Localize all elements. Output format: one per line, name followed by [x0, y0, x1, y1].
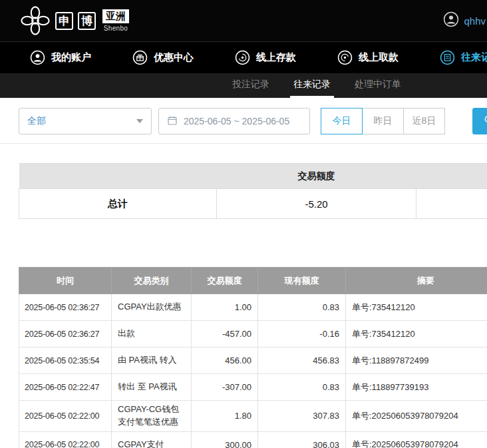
withdraw-coin-icon	[337, 50, 353, 65]
cell-time: 2025-06-05 02:22:00	[19, 401, 112, 432]
nav-label: 优惠中心	[154, 51, 194, 64]
col-header-amount: 交易额度	[192, 268, 258, 294]
cell-balance: 307.83	[258, 401, 346, 432]
cell-summary: 单号:202506053978079204	[346, 401, 487, 432]
records-icon	[440, 50, 455, 65]
today-button[interactable]: 今日	[321, 108, 363, 134]
nav-item-my-account[interactable]: 我的账户	[30, 50, 91, 65]
cell-balance: 0.83	[258, 294, 346, 321]
summary-total-value: -5.20	[217, 189, 416, 219]
calendar-icon	[167, 115, 178, 128]
table-row: 2025-06-05 02:22:00 CGPAY-CG钱包支付笔笔送优惠 1.…	[19, 401, 487, 432]
nav-item-deposit[interactable]: 线上存款	[235, 50, 296, 65]
table-row: 2025-06-05 02:35:54 由 PA视讯 转入 456.00 456…	[19, 347, 487, 374]
records-header-row: 时间 交易类别 交易额度 现有额度 摘要	[19, 268, 487, 294]
top-header: 申 博 亚洲 Shenbo qhhv	[0, 0, 487, 41]
col-header-summary: 摘要	[346, 268, 487, 294]
nav-label: 线上存款	[256, 51, 296, 64]
account-icon	[30, 50, 45, 65]
filter-toolbar: 全部 2025-06-05 ~ 2025-06-05 今日 昨日 近8日	[19, 108, 487, 134]
date-range-input[interactable]: 2025-06-05 ~ 2025-06-05	[158, 108, 310, 134]
logo-seal-shen: 申	[55, 12, 73, 30]
yesterday-button[interactable]: 昨日	[362, 108, 404, 134]
cell-amount: 1.80	[192, 401, 258, 432]
cell-balance: -0.16	[258, 321, 346, 347]
transaction-records-table: 时间 交易类别 交易额度 现有额度 摘要 2025-06-05 02:36:27…	[19, 267, 487, 448]
table-row: 2025-06-05 02:22:00 CGPAY支付 300.00 306.0…	[19, 431, 487, 448]
cell-summary: 单号:735412120	[346, 321, 487, 347]
col-header-balance: 现有额度	[258, 268, 346, 294]
nav-item-transactions[interactable]: 往来记录	[440, 50, 487, 65]
search-button[interactable]	[472, 108, 487, 134]
cell-type: CGPAY出款优惠	[112, 294, 192, 321]
cell-amount: -307.00	[192, 374, 258, 401]
tab-pending-orders[interactable]: 处理中订单	[351, 73, 405, 98]
records-subnav: 投注记录 往来记录 处理中订单	[0, 73, 487, 98]
tab-bet-records[interactable]: 投注记录	[229, 73, 273, 98]
table-row: 2025-06-05 02:36:27 出款 -457.00 -0.16 单号:…	[19, 321, 487, 347]
logo-latin-label: Shenbo	[104, 25, 128, 32]
logo-region-label: 亚洲	[102, 9, 129, 23]
summary-empty-cell	[416, 189, 487, 219]
chevron-down-icon	[136, 119, 143, 123]
cell-time: 2025-06-05 02:22:47	[19, 374, 112, 401]
summary-header-empty	[416, 164, 487, 189]
date-range-value: 2025-06-05 ~ 2025-06-05	[184, 116, 289, 126]
table-row: 2025-06-05 02:36:27 CGPAY出款优惠 1.00 0.83 …	[19, 294, 487, 321]
cell-summary: 单号:202506053978079204	[346, 431, 487, 448]
nav-label: 线上取款	[359, 51, 399, 64]
main-navbar: 我的账户 优惠中心 线上存款	[0, 41, 487, 73]
cell-balance: 306.03	[258, 431, 346, 448]
col-header-time: 时间	[19, 268, 112, 294]
brand-logo[interactable]: 申 博 亚洲 Shenbo	[20, 5, 129, 36]
cell-summary: 单号:118897739193	[346, 374, 487, 401]
nav-item-withdraw[interactable]: 线上取款	[337, 50, 399, 65]
user-avatar-icon	[443, 11, 459, 30]
cell-amount: -457.00	[192, 321, 258, 347]
lotus-logo-icon	[20, 5, 51, 36]
gift-icon	[132, 50, 148, 65]
nav-label: 往来记录	[461, 51, 487, 64]
last-8-days-button[interactable]: 近8日	[403, 108, 445, 134]
search-icon	[483, 114, 487, 128]
table-row: 2025-06-05 02:22:47 转出 至 PA视讯 -307.00 0.…	[19, 374, 487, 401]
summary-total-row: 总计 -5.20	[19, 189, 487, 219]
quick-range-button-group: 今日 昨日 近8日	[321, 108, 445, 134]
summary-total-label: 总计	[19, 189, 217, 219]
cell-type: 由 PA视讯 转入	[112, 347, 192, 374]
cell-type: 转出 至 PA视讯	[112, 374, 192, 401]
col-header-type: 交易类别	[112, 268, 192, 294]
summary-header-empty	[19, 164, 217, 189]
logo-seal-bo: 博	[78, 12, 96, 30]
cell-type: CGPAY支付	[112, 431, 192, 448]
cell-time: 2025-06-05 02:22:00	[19, 431, 112, 448]
summary-header-amount: 交易额度	[217, 164, 416, 189]
cell-type: CGPAY-CG钱包支付笔笔送优惠	[112, 401, 192, 432]
cell-time: 2025-06-05 02:35:54	[19, 347, 112, 374]
cell-summary: 单号:735412120	[346, 294, 487, 321]
logo-region-block: 亚洲 Shenbo	[102, 9, 129, 32]
cell-balance: 456.83	[258, 347, 346, 374]
category-filter-dropdown[interactable]: 全部	[19, 108, 152, 134]
section-divider	[0, 143, 487, 144]
user-account-menu[interactable]: qhhv	[443, 11, 486, 30]
cell-time: 2025-06-05 02:36:27	[19, 321, 112, 347]
nav-item-promotions[interactable]: 优惠中心	[132, 50, 194, 65]
cell-summary: 单号:118897872499	[346, 347, 487, 374]
deposit-coin-icon	[235, 50, 250, 65]
nav-label: 我的账户	[51, 51, 91, 64]
cell-time: 2025-06-05 02:36:27	[19, 294, 112, 321]
summary-header-row: 交易额度	[19, 164, 487, 189]
summary-table: 交易额度 总计 -5.20	[19, 163, 487, 219]
tab-transaction-records[interactable]: 往来记录	[290, 73, 334, 98]
cell-type: 出款	[112, 321, 192, 347]
cell-balance: 0.83	[258, 374, 346, 401]
cell-amount: 456.00	[192, 347, 258, 374]
username-label: qhhv	[464, 15, 486, 27]
cell-amount: 1.00	[192, 294, 258, 321]
category-selected-value: 全部	[27, 115, 46, 127]
cell-amount: 300.00	[192, 431, 258, 448]
